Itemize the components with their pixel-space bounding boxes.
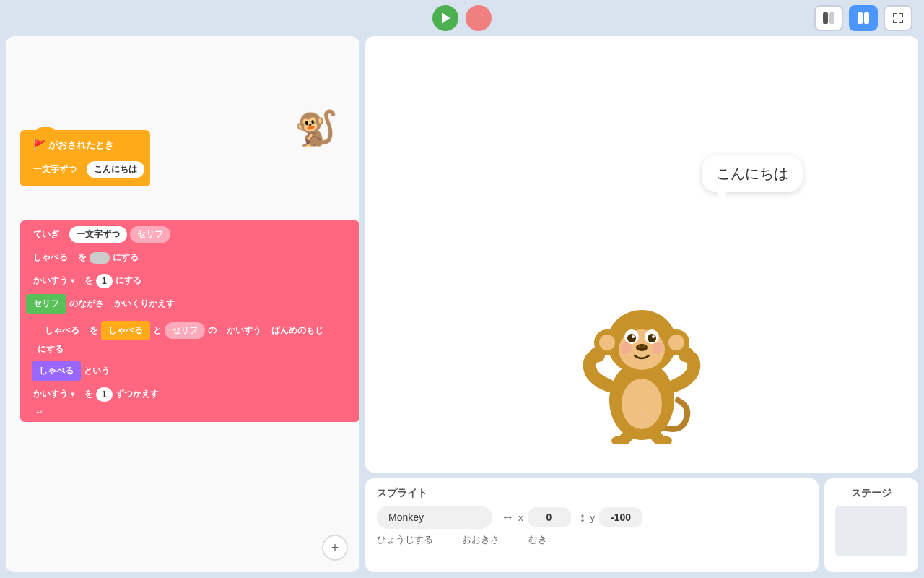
teigi-block[interactable]: ていぎ [26,225,66,244]
svg-point-21 [648,334,656,342]
shaberu-block2[interactable]: しゃべる [38,321,87,340]
shaberu-toiu-row: しゃべる という [32,361,354,381]
kaisu-zutsukaesu-row: かいすう ▾ を 1 ずつかえす [26,384,354,404]
svg-rect-0 [823,12,828,24]
svg-point-22 [652,335,655,338]
svg-point-26 [638,345,641,348]
serif-input[interactable]: セリフ [130,226,170,243]
code-panel: 🐒 🚩 がおされたとき 一文字ずつ こんにちは [6,36,359,572]
x-label: x [518,512,523,523]
top-bar [0,0,924,36]
konnichiwa-input[interactable]: こんにちは [87,161,144,178]
nisuru-label2: にする [116,275,141,287]
kaisu-row: かいすう ▾ を 1 にする [26,271,354,290]
green-flag-button[interactable] [432,5,458,31]
svg-point-5 [622,379,662,429]
hat-block: 🚩 がおされたとき [26,134,144,156]
kaisu-block[interactable]: かいすう ▾ [26,271,82,290]
script-1: 🚩 がおされたとき 一文字ずつ こんにちは [20,130,150,186]
stage-canvas: こんにちは [365,36,918,473]
inner-block-row: しゃべる を しゃべる と セリフ の かいすう ばんめのもじ にする [32,317,354,359]
ichimoji-row: 一文字ずつ こんにちは [26,160,144,179]
kaisu3-block[interactable]: かいすう ▾ [26,384,82,404]
x-arrow-icon: ↔ [501,510,514,525]
zoom-button[interactable]: + [322,535,348,561]
shaberu-toggle-row: しゃべる を にする [26,248,354,267]
view-split-button[interactable] [814,5,843,31]
ichimoji-block[interactable]: 一文字ずつ [26,160,84,179]
sprite-panel-title: スプライト [377,487,807,500]
one2-input[interactable]: 1 [96,387,113,402]
sprite-panel: スプライト ↔ x 0 ↕ y -100 ひょうじする [365,478,819,572]
y-label: y [590,512,596,523]
wo-label3: を [90,324,98,337]
kurikaesu-block[interactable]: かいくりかえす [107,294,182,314]
stage-thumb-panel: ステージ [824,478,918,572]
serif-loop-row: セリフ のながさ かいくりかえす [26,294,354,314]
pink-c-outer: ていぎ 一文字ずつ セリフ しゃべる を にする [20,220,359,422]
svg-rect-3 [864,12,869,24]
no-label: の [208,324,217,337]
y-arrow-icon: ↕ [580,510,586,525]
view-full-button[interactable] [884,5,912,31]
sprite-name-input[interactable] [377,506,492,529]
banme-label: ばんめのもじ [271,324,323,337]
zutsukaesu-label: ずつかえす [116,388,159,400]
script-2: ていぎ 一文字ずつ セリフ しゃべる を にする [20,220,359,422]
muki-label: むき [528,533,547,546]
speech-bubble: こんにちは [702,155,803,192]
nagasa-label: のながさ [69,298,104,310]
view-stage-button[interactable] [849,5,878,31]
x-coord-group: ↔ x 0 [501,507,571,527]
toolbar-center [432,5,492,31]
ichimoji2-input[interactable]: 一文字ずつ [69,226,127,243]
shaberu-block1[interactable]: しゃべる [26,248,75,267]
loop-arrow: ↩ [26,407,354,416]
svg-point-23 [620,342,632,354]
sprite-info-row: ↔ x 0 ↕ y -100 [377,506,807,529]
view-controls [814,5,912,31]
svg-point-25 [636,344,648,351]
speech-text: こんにちは [716,165,788,181]
wo-label1: を [78,251,87,264]
shaberu-orange[interactable]: しゃべる [101,321,150,340]
svg-rect-2 [858,12,863,24]
one-input[interactable]: 1 [96,274,113,288]
svg-point-18 [627,334,636,342]
nisuru-label1: にする [113,251,139,264]
svg-rect-1 [829,12,834,24]
kaisu2-block[interactable]: かいすう [219,321,269,340]
serif3-input[interactable]: セリフ [165,322,205,339]
sprite-thumbnail: 🐒 [295,108,327,141]
wo-label4: を [84,388,93,400]
wo-label2: を [84,275,93,287]
to-label: と [153,324,162,337]
hyoji-label: ひょうじする [377,533,433,546]
svg-point-24 [652,342,663,354]
shaberu-purple[interactable]: しゃべる [32,361,81,381]
svg-point-28 [639,412,645,418]
sprite-props-row: ひょうじする おおきさ むき [377,533,807,546]
toggle-switch[interactable] [90,252,110,264]
hat-label: がおされたとき [48,139,114,152]
svg-point-27 [642,345,645,348]
toiu-label: という [84,365,110,377]
nisuru-label3: にする [38,343,64,355]
monkey-sprite [577,277,707,444]
stage-title: ステージ [851,487,892,500]
stage-area: こんにちは [365,36,918,572]
svg-point-15 [668,335,684,350]
y-coord-group: ↕ y -100 [580,507,643,527]
x-value[interactable]: 0 [528,507,571,527]
serif-block[interactable]: セリフ [26,294,66,314]
main-area: 🐒 🚩 がおされたとき 一文字ずつ こんにちは [0,36,924,578]
orange-hat-wrap: 🚩 がおされたとき 一文字ずつ こんにちは [20,130,150,186]
teigi-row: ていぎ 一文字ずつ セリフ [26,225,354,244]
svg-point-13 [599,335,615,350]
svg-point-19 [632,335,635,338]
stage-preview [835,506,907,556]
stop-button[interactable] [466,5,492,31]
y-value[interactable]: -100 [599,507,642,527]
ookisa-label: おおきさ [462,533,500,546]
bottom-panel: スプライト ↔ x 0 ↕ y -100 ひょうじする [365,478,918,572]
